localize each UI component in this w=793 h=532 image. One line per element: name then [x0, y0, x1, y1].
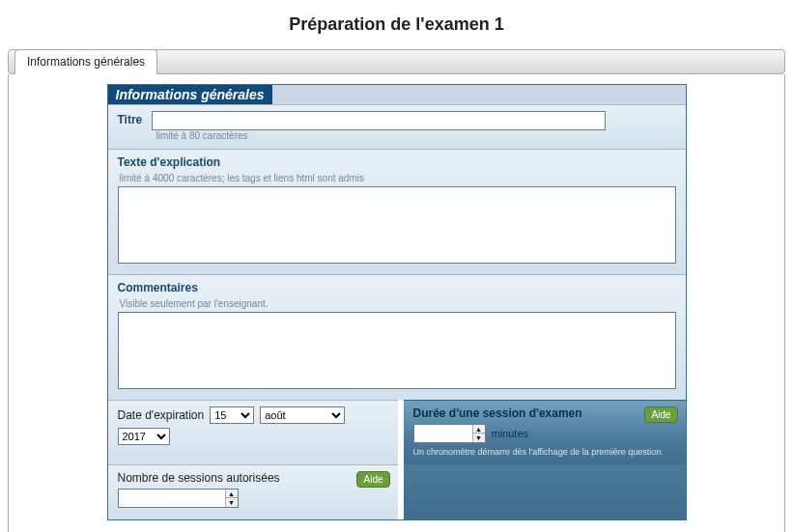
- duration-unit: minutes: [492, 428, 529, 439]
- duration-down-button[interactable]: ▼: [473, 434, 485, 442]
- expiration-year-select[interactable]: 2017: [118, 428, 170, 445]
- expiration-duration-row: Date d'expiration 15 août 2017: [108, 400, 686, 464]
- comments-section: Commentaires Visible seulement par l'ens…: [108, 274, 686, 400]
- duration-section: Aide Durée d'une session d'examen ▲ ▼ mi…: [404, 400, 686, 464]
- title-label: Titre: [118, 113, 143, 126]
- panel-header-bar: Informations générales: [108, 85, 686, 104]
- title-section: Titre limité à 80 caractères: [108, 104, 686, 149]
- comments-textarea[interactable]: [118, 312, 676, 389]
- sessions-up-button[interactable]: ▲: [226, 490, 238, 498]
- explanation-label: Texte d'explication: [118, 155, 221, 169]
- explanation-hint: limité à 4000 caractères; les tags et li…: [120, 173, 364, 183]
- page-title: Préparation de l'examen 1: [0, 0, 793, 49]
- general-info-panel: Informations générales Titre limité à 80…: [107, 84, 687, 520]
- tabs: Informations générales Informations géné…: [8, 49, 785, 532]
- sessions-row: Aide Nombre de sessions autorisées ▲ ▼: [108, 464, 686, 519]
- title-input[interactable]: [152, 111, 606, 130]
- sessions-right-filler: [404, 464, 686, 519]
- comments-hint: Visible seulement par l'enseignant.: [120, 298, 269, 309]
- duration-up-button[interactable]: ▲: [473, 425, 485, 434]
- tab-general-info[interactable]: Informations générales: [14, 49, 157, 74]
- create-button-row: Créer l'examen: [9, 520, 784, 532]
- explanation-section: Texte d'explication limité à 4000 caract…: [108, 149, 686, 274]
- expiration-section: Date d'expiration 15 août 2017: [108, 400, 398, 464]
- sessions-label: Nombre de sessions autorisées: [118, 471, 388, 485]
- duration-help-button[interactable]: Aide: [644, 406, 677, 423]
- explanation-textarea[interactable]: [118, 186, 676, 264]
- expiration-day-select[interactable]: 15: [210, 406, 254, 424]
- expiration-month-select[interactable]: août: [260, 406, 345, 424]
- expiration-label: Date d'expiration: [118, 408, 205, 422]
- sessions-spinner: ▲ ▼: [118, 489, 239, 508]
- duration-spinner: ▲ ▼: [413, 424, 486, 443]
- tab-bar: Informations générales: [8, 49, 785, 74]
- comments-label: Commentaires: [118, 281, 198, 294]
- duration-input[interactable]: [414, 425, 472, 442]
- duration-hint: Un chronomètre démarre dès l'affichage d…: [413, 447, 676, 457]
- tab-content: Informations générales Titre limité à 80…: [8, 74, 785, 532]
- sessions-help-button[interactable]: Aide: [356, 471, 389, 488]
- panel-header: Informations générales: [108, 85, 272, 104]
- duration-label: Durée d'une session d'examen: [413, 406, 676, 420]
- title-hint: limité à 80 caractères: [156, 130, 676, 141]
- sessions-input[interactable]: [119, 490, 225, 507]
- sessions-down-button[interactable]: ▼: [226, 498, 238, 507]
- sessions-section: Aide Nombre de sessions autorisées ▲ ▼: [108, 464, 398, 519]
